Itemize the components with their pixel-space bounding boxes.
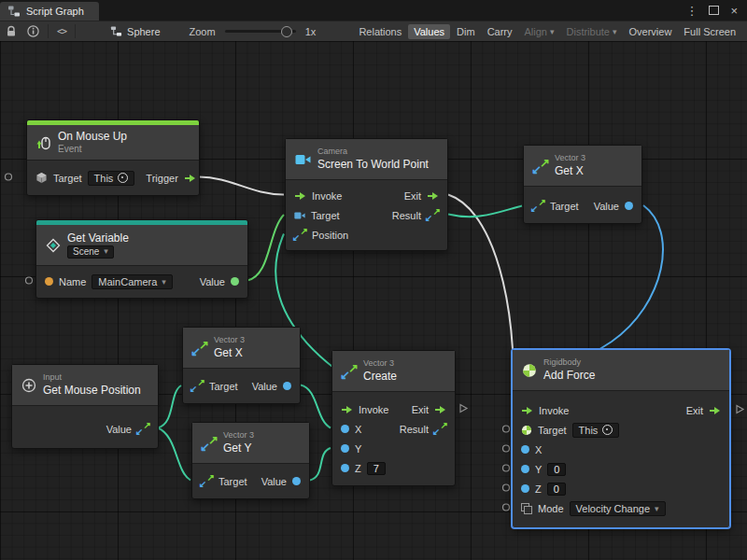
string-port[interactable] bbox=[45, 277, 53, 286]
outer-port-addforce-z[interactable] bbox=[503, 484, 510, 491]
wire-gety-value-to-create-y bbox=[310, 448, 331, 481]
vector3-input-port[interactable]: ↗↙ bbox=[294, 229, 306, 241]
node-header[interactable]: ↗↙ Vector 3Get X bbox=[524, 146, 641, 187]
carry-button[interactable]: Carry bbox=[482, 24, 518, 39]
outer-port-addforce-mode[interactable] bbox=[503, 504, 510, 511]
exec-input-port[interactable] bbox=[521, 406, 533, 415]
y-label: Y bbox=[355, 443, 361, 455]
node-on-mouse-up[interactable]: On Mouse UpEvent Target This Trigger bbox=[26, 119, 200, 196]
full-screen-button[interactable]: Full Screen bbox=[678, 24, 741, 39]
z-value-field[interactable]: 0 bbox=[547, 483, 566, 496]
zoom-slider[interactable] bbox=[225, 30, 296, 33]
node-header[interactable]: ↗↙ Vector 3Get X bbox=[183, 328, 300, 369]
node-header[interactable]: Get Variable Scene▾ bbox=[36, 225, 247, 266]
maximize-icon[interactable] bbox=[709, 6, 719, 15]
graph-canvas[interactable]: On Mouse UpEvent Target This Trigger bbox=[0, 41, 747, 560]
camera-mini-icon[interactable] bbox=[294, 211, 305, 220]
float-output-port[interactable] bbox=[292, 477, 301, 485]
node-header[interactable]: RigidbodyAdd Force bbox=[513, 350, 729, 391]
port-row: ↗↙ Target Value bbox=[192, 471, 309, 491]
breadcrumb[interactable]: Sphere bbox=[110, 25, 160, 37]
relations-button[interactable]: Relations bbox=[353, 24, 407, 39]
object-output-port[interactable] bbox=[231, 277, 239, 286]
exec-input-port[interactable] bbox=[341, 405, 353, 414]
node-header[interactable]: On Mouse UpEvent bbox=[27, 125, 199, 161]
outer-port-variable-name[interactable] bbox=[26, 277, 33, 284]
overview-button[interactable]: Overview bbox=[624, 24, 678, 39]
dim-button[interactable]: Dim bbox=[451, 24, 481, 39]
exec-output-port[interactable] bbox=[709, 406, 721, 415]
tab-script-graph[interactable]: Script Graph bbox=[0, 2, 99, 21]
target-label: Target bbox=[53, 173, 82, 184]
port-row: Target Result ↗↙ bbox=[286, 205, 447, 225]
mode-dropdown[interactable]: Velocity Change▾ bbox=[570, 501, 666, 516]
outer-port-addforce-y[interactable] bbox=[503, 465, 510, 471]
button-label: Overview bbox=[629, 26, 672, 37]
chip-label: MainCamera bbox=[98, 276, 157, 287]
info-icon[interactable] bbox=[25, 25, 41, 37]
node-header[interactable]: ↗↙ Vector 3Create bbox=[332, 351, 455, 392]
node-vector3-get-y[interactable]: ↗↙ Vector 3Get Y ↗↙ Target Value bbox=[191, 422, 310, 499]
vector3-output-port[interactable]: ↗↙ bbox=[137, 423, 149, 435]
wire-mouse-to-getx-target bbox=[158, 385, 181, 428]
code-icon[interactable]: <> bbox=[55, 26, 68, 36]
float-input-port[interactable] bbox=[341, 444, 349, 453]
port-row: ↗↙ Target Value bbox=[524, 196, 641, 216]
values-button[interactable]: Values bbox=[408, 24, 450, 39]
exec-output-port[interactable] bbox=[184, 174, 196, 183]
node-vector3-create[interactable]: ↗↙ Vector 3Create Invoke Exit X Result ↗… bbox=[331, 350, 456, 486]
vector3-input-port[interactable]: ↗↙ bbox=[201, 475, 213, 487]
y-value-field[interactable]: 0 bbox=[547, 463, 566, 476]
chevron-down-icon: ▾ bbox=[104, 246, 108, 257]
close-icon[interactable]: × bbox=[730, 4, 738, 18]
exec-output-port[interactable] bbox=[427, 191, 439, 201]
node-header[interactable]: CameraScreen To World Point bbox=[286, 139, 447, 180]
vector3-output-port[interactable]: ↗↙ bbox=[427, 209, 439, 221]
float-input-port[interactable] bbox=[341, 464, 349, 472]
node-get-variable[interactable]: Get Variable Scene▾ Name MainCamera▾ Val… bbox=[35, 219, 248, 299]
node-add-force[interactable]: RigidbodyAdd Force Invoke Exit Target Th… bbox=[512, 349, 730, 528]
vector3-input-port[interactable]: ↗↙ bbox=[532, 200, 544, 212]
z-label: Z bbox=[355, 463, 361, 474]
node-title: Get X bbox=[555, 164, 585, 178]
exec-input-port[interactable] bbox=[294, 191, 306, 201]
float-input-port[interactable] bbox=[341, 425, 349, 433]
float-output-port[interactable] bbox=[283, 382, 291, 390]
variable-scope-dropdown[interactable]: Scene▾ bbox=[67, 245, 114, 259]
x-label: X bbox=[355, 424, 361, 435]
float-input-port[interactable] bbox=[521, 484, 529, 493]
node-header[interactable]: InputGet Mouse Position bbox=[12, 365, 158, 406]
lock-icon[interactable] bbox=[4, 25, 19, 37]
zoom-value: 1x bbox=[305, 26, 317, 37]
variable-name-dropdown[interactable]: MainCamera▾ bbox=[92, 274, 173, 289]
float-input-port[interactable] bbox=[521, 465, 529, 473]
node-vector3-get-x-mid[interactable]: ↗↙ Vector 3Get X ↗↙ Target Value bbox=[182, 327, 301, 404]
outer-port-addforce-x[interactable] bbox=[503, 445, 510, 452]
outer-port-addforce-exit[interactable] bbox=[737, 406, 743, 413]
node-header[interactable]: ↗↙ Vector 3Get Y bbox=[192, 423, 309, 464]
vector3-input-port[interactable]: ↗↙ bbox=[191, 380, 204, 392]
node-vector3-get-x-top[interactable]: ↗↙ Vector 3Get X ↗↙ Target Value bbox=[523, 145, 642, 224]
zoom-slider-handle[interactable] bbox=[281, 26, 292, 37]
vector3-icon: ↗↙ bbox=[192, 341, 207, 356]
graph-icon bbox=[110, 25, 122, 37]
float-input-port[interactable] bbox=[521, 445, 529, 454]
outer-port-mouseup-target[interactable] bbox=[6, 174, 12, 180]
camera-icon bbox=[295, 153, 311, 166]
z-value-field[interactable]: 7 bbox=[367, 462, 386, 475]
outer-port-create-exit[interactable] bbox=[460, 405, 467, 413]
target-this-chip[interactable]: This bbox=[572, 423, 620, 438]
node-get-mouse-position[interactable]: InputGet Mouse Position Value ↗↙ bbox=[11, 364, 159, 449]
rigidbody-mini-icon[interactable] bbox=[521, 425, 532, 436]
node-screen-to-world-point[interactable]: CameraScreen To World Point Invoke Exit … bbox=[285, 138, 448, 251]
target-this-chip[interactable]: This bbox=[88, 171, 135, 186]
float-output-port[interactable] bbox=[625, 202, 633, 210]
vector3-output-port[interactable]: ↗↙ bbox=[434, 423, 446, 435]
gameobject-icon[interactable] bbox=[35, 172, 48, 184]
enum-icon[interactable] bbox=[521, 503, 532, 514]
menu-icon[interactable]: ⋮ bbox=[685, 4, 698, 18]
node-title: Get Variable bbox=[67, 231, 129, 245]
exec-output-port[interactable] bbox=[434, 405, 446, 414]
outer-port-addforce-target[interactable] bbox=[503, 426, 510, 432]
breadcrumb-label: Sphere bbox=[127, 26, 160, 37]
